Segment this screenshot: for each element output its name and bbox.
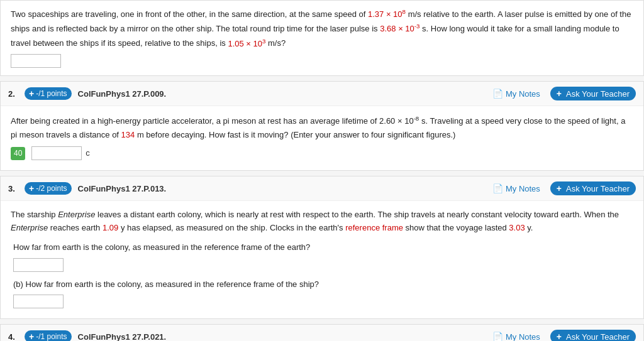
distance-value: 134 bbox=[121, 130, 135, 139]
mod-speed-value: 1.05 × 103 bbox=[228, 39, 265, 48]
question-2-unit: c bbox=[86, 147, 90, 160]
ship-name-2: Enterprise bbox=[11, 223, 48, 232]
question-2-ask-teacher-button[interactable]: + Ask Your Teacher bbox=[550, 87, 636, 100]
question-3-id: ColFunPhys1 27.P.013. bbox=[78, 184, 492, 193]
voyage-time: 3.03 bbox=[509, 223, 525, 232]
question-2-text: After being created in a high-energy par… bbox=[11, 114, 633, 141]
ask-teacher-label-4: Ask Your Teacher bbox=[566, 332, 630, 341]
question-4-actions: 📄 My Notes + Ask Your Teacher bbox=[492, 330, 636, 341]
sub-question-a: How far from earth is the colony, as mea… bbox=[13, 241, 633, 272]
notes-icon-4: 📄 bbox=[492, 332, 503, 341]
ask-teacher-label: Ask Your Teacher bbox=[566, 89, 630, 99]
question-3-number: 3. bbox=[8, 184, 19, 193]
top-answer-row bbox=[11, 54, 633, 68]
sub-question-b: (b) How far from earth is the colony, as… bbox=[13, 278, 633, 309]
sub-q-a-answer-row bbox=[13, 258, 633, 272]
time-elapsed: 1.09 bbox=[103, 223, 118, 232]
question-3-actions: 📄 My Notes + Ask Your Teacher bbox=[492, 181, 636, 195]
top-answer-input[interactable] bbox=[11, 54, 61, 68]
question-2-points-badge[interactable]: + -/1 points bbox=[25, 87, 72, 100]
notes-icon: 📄 bbox=[492, 89, 503, 99]
question-3-body: The starship Enterprise leaves a distant… bbox=[1, 201, 643, 318]
notes-icon-3: 📄 bbox=[492, 183, 503, 193]
top-partial-block: Two spaceships are traveling, one in fro… bbox=[0, 0, 644, 76]
ask-teacher-plus-icon: + bbox=[557, 89, 562, 99]
question-3-points-badge[interactable]: + -/2 points bbox=[25, 182, 72, 195]
question-3-notes-button[interactable]: 📄 My Notes bbox=[492, 183, 540, 193]
plus-icon-4: + bbox=[29, 332, 34, 341]
question-4-number: 4. bbox=[8, 332, 19, 341]
sub-q-a-input[interactable] bbox=[13, 258, 64, 272]
question-2-id: ColFunPhys1 27.P.009. bbox=[78, 89, 492, 99]
time-value: 3.68 × 10-3 bbox=[380, 24, 419, 33]
question-2-answer-row: 40 c bbox=[11, 146, 633, 160]
question-4-points: -/1 points bbox=[36, 332, 67, 341]
question-3-header: 3. + -/2 points ColFunPhys1 27.P.013. 📄 … bbox=[1, 176, 643, 201]
question-2-header: 2. + -/1 points ColFunPhys1 27.P.009. 📄 … bbox=[1, 82, 643, 106]
speed-value: 1.37 × 108 bbox=[368, 9, 406, 19]
sub-q-b-text: (b) How far from earth is the colony, as… bbox=[13, 278, 633, 291]
sub-q-b-input[interactable] bbox=[13, 295, 64, 308]
notes-label-4: My Notes bbox=[506, 332, 540, 341]
green-badge: 40 bbox=[11, 147, 25, 160]
question-3-block: 3. + -/2 points ColFunPhys1 27.P.013. 📄 … bbox=[0, 176, 644, 319]
ask-teacher-label-3: Ask Your Teacher bbox=[566, 184, 630, 193]
question-2-block: 2. + -/1 points ColFunPhys1 27.P.009. 📄 … bbox=[0, 81, 644, 171]
question-4-block: 4. + -/1 points ColFunPhys1 27.P.021. 📄 … bbox=[0, 324, 644, 341]
ask-teacher-plus-icon-3: + bbox=[557, 183, 562, 193]
question-3-text: The starship Enterprise leaves a distant… bbox=[11, 208, 633, 235]
sub-q-a-text: How far from earth is the colony, as mea… bbox=[13, 241, 633, 254]
question-2-points: -/1 points bbox=[36, 89, 67, 98]
sub-q-b-answer-row bbox=[13, 295, 633, 308]
plus-icon-3: + bbox=[29, 183, 34, 193]
reference-frame: reference frame bbox=[345, 223, 403, 232]
ask-teacher-plus-icon-4: + bbox=[557, 332, 562, 341]
question-3-points: -/2 points bbox=[36, 184, 67, 193]
plus-icon: + bbox=[29, 89, 34, 99]
ship-name: Enterprise bbox=[58, 210, 95, 219]
question-2-answer-input[interactable] bbox=[31, 146, 82, 160]
question-4-points-badge[interactable]: + -/1 points bbox=[25, 330, 72, 341]
question-2-body: After being created in a high-energy par… bbox=[1, 106, 643, 170]
question-4-notes-button[interactable]: 📄 My Notes bbox=[492, 332, 540, 341]
question-2-actions: 📄 My Notes + Ask Your Teacher bbox=[492, 87, 636, 100]
question-2-number: 2. bbox=[8, 89, 19, 99]
question-4-id: ColFunPhys1 27.P.021. bbox=[78, 332, 492, 341]
notes-label: My Notes bbox=[506, 89, 540, 99]
question-2-notes-button[interactable]: 📄 My Notes bbox=[492, 89, 540, 99]
question-4-ask-teacher-button[interactable]: + Ask Your Teacher bbox=[550, 330, 636, 341]
question-3-ask-teacher-button[interactable]: + Ask Your Teacher bbox=[550, 181, 636, 195]
notes-label-3: My Notes bbox=[506, 184, 540, 193]
question-4-header: 4. + -/1 points ColFunPhys1 27.P.021. 📄 … bbox=[1, 325, 643, 341]
top-partial-text: Two spaceships are traveling, one in fro… bbox=[11, 7, 633, 50]
